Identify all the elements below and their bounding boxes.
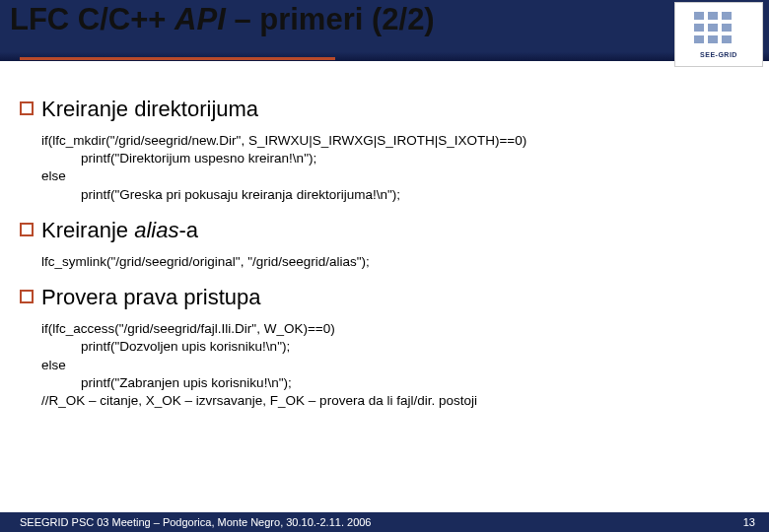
grid-icon [694, 12, 743, 49]
code-line: //R_OK – citanje, X_OK – izvrsavanje, F_… [41, 392, 759, 410]
seegrid-logo: SEE-GRID [674, 2, 763, 67]
slide-header: LFC C/C++ API – primeri (2/2) SEE-GRID [0, 0, 769, 69]
slide-number: 13 [743, 516, 755, 528]
section-heading: Kreiranje direktorijuma [20, 97, 759, 122]
section-heading: Provera prava pristupa [20, 285, 759, 310]
code-line: if(lfc_mkdir("/grid/seegrid/new.Dir", S_… [41, 132, 759, 150]
code-line: else [41, 357, 759, 374]
code-line: printf("Greska pri pokusaju kreiranja di… [41, 186, 759, 204]
footer-text: SEEGRID PSC 03 Meeting – Podgorica, Mont… [20, 516, 371, 528]
section-heading: Kreiranje alias-a [20, 218, 759, 243]
bullet-icon [20, 101, 34, 115]
code-line: printf("Dozvoljen upis korisniku!\n"); [41, 338, 759, 356]
slide-title: LFC C/C++ API – primeri (2/2) [10, 2, 435, 37]
code-line: printf("Direktorijum uspesno kreiran!\n"… [41, 150, 759, 167]
section-title-3: Provera prava pristupa [41, 285, 261, 310]
bullet-icon [20, 290, 34, 303]
code-block-3: if(lfc_access("/grid/seegrid/fajl.Ili.Di… [41, 320, 759, 410]
code-block-2: lfc_symlink("/grid/seegrid/original", "/… [41, 253, 759, 271]
bullet-icon [20, 223, 34, 236]
slide-footer: SEEGRID PSC 03 Meeting – Podgorica, Mont… [0, 512, 769, 532]
section-title-1: Kreiranje direktorijuma [41, 97, 258, 122]
slide-body: Kreiranje direktorijuma if(lfc_mkdir("/g… [0, 69, 769, 410]
code-line: if(lfc_access("/grid/seegrid/fajl.Ili.Di… [41, 320, 759, 338]
section-title-2: Kreiranje alias-a [41, 218, 198, 243]
code-line: printf("Zabranjen upis korisniku!\n"); [41, 374, 759, 392]
code-line: else [41, 167, 759, 185]
code-block-1: if(lfc_mkdir("/grid/seegrid/new.Dir", S_… [41, 132, 759, 204]
code-line: lfc_symlink("/grid/seegrid/original", "/… [41, 253, 759, 271]
title-underline [20, 57, 335, 60]
logo-text: SEE-GRID [700, 51, 737, 58]
